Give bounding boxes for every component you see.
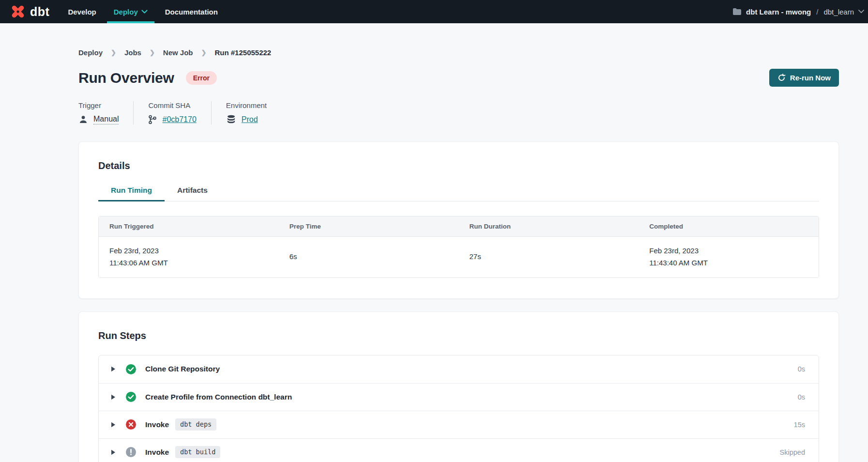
nav-item-label: Develop: [68, 8, 96, 16]
step-duration: 0s: [798, 393, 805, 401]
column-header-run-triggered: Run Triggered: [99, 216, 279, 236]
commit-sha-link[interactable]: #0cb7170: [162, 115, 196, 124]
account-environment-name: dbt_learn: [823, 8, 854, 16]
database-icon: [226, 115, 236, 124]
tab-label: Artifacts: [177, 186, 208, 194]
meta-trigger: Trigger Manual: [78, 101, 133, 124]
nav-spacer: [227, 0, 732, 23]
folder-icon: [732, 8, 742, 15]
details-heading: Details: [98, 160, 819, 171]
step-row-invoke-dbt-build[interactable]: Invoke dbt build Skipped: [99, 438, 819, 462]
column-header-run-duration: Run Duration: [459, 216, 639, 236]
refresh-icon: [777, 74, 786, 82]
details-card: Details Run Timing Artifacts Run Trigger…: [78, 141, 839, 299]
nav-item-develop[interactable]: Develop: [59, 0, 105, 23]
meta-environment: Environment Prod: [211, 101, 281, 124]
run-steps-list: Clone Git Repository 0s Create Profile f…: [98, 355, 819, 462]
caret-right-icon[interactable]: [111, 449, 116, 455]
table-row: Feb 23rd, 2023 11:43:06 AM GMT 6s 27s Fe…: [99, 237, 819, 277]
environment-label: Environment: [226, 101, 267, 109]
step-title: Create Profile from Connection dbt_learn: [145, 393, 292, 401]
trigger-label: Trigger: [78, 101, 119, 109]
top-navigation: dbt Develop Deploy Documentation dbt Lea…: [0, 0, 868, 23]
run-steps-heading: Run Steps: [98, 330, 819, 341]
column-header-completed: Completed: [639, 216, 819, 236]
nav-item-label: Deploy: [114, 8, 138, 16]
step-title: Clone Git Repository: [145, 365, 220, 373]
cell-run-duration: 27s: [459, 243, 639, 271]
chevron-down-icon: [141, 10, 148, 14]
tab-label: Run Timing: [111, 186, 152, 194]
account-project-name: dbt Learn - mwong: [746, 8, 811, 16]
breadcrumb-deploy[interactable]: Deploy: [78, 48, 103, 57]
chevron-down-icon: [858, 10, 864, 14]
step-row-clone-git-repository[interactable]: Clone Git Repository 0s: [99, 355, 819, 383]
step-duration: 0s: [798, 365, 805, 373]
step-title: Invoke: [145, 448, 169, 457]
nav-item-deploy[interactable]: Deploy: [105, 0, 156, 23]
run-meta: Trigger Manual Commit SHA #0cb7170: [78, 101, 839, 124]
cell-prep-time: 6s: [279, 243, 459, 271]
account-selector[interactable]: dbt Learn - mwong / dbt_learn: [732, 0, 864, 23]
success-icon: [126, 364, 136, 374]
dbt-logo[interactable]: dbt: [7, 0, 59, 23]
step-title: Invoke: [145, 420, 169, 429]
run-timing-table: Run Triggered Prep Time Run Duration Com…: [98, 216, 819, 278]
rerun-now-label: Re-run Now: [790, 74, 831, 82]
step-duration: 15s: [794, 421, 805, 429]
page-header: Run Overview Error Re-run Now: [78, 69, 839, 87]
nav-item-documentation[interactable]: Documentation: [156, 0, 227, 23]
step-duration: Skipped: [780, 448, 805, 456]
step-command-chip: dbt build: [175, 446, 220, 458]
step-row-create-profile[interactable]: Create Profile from Connection dbt_learn…: [99, 383, 819, 411]
meta-commit-sha: Commit SHA #0cb7170: [133, 101, 211, 124]
completed-date: Feb 23rd, 2023: [649, 245, 808, 257]
column-header-prep-time: Prep Time: [279, 216, 459, 236]
page-title: Run Overview: [78, 70, 174, 86]
commit-sha-label: Commit SHA: [148, 101, 196, 109]
brand-text: dbt: [30, 5, 49, 19]
tab-run-timing[interactable]: Run Timing: [98, 186, 165, 201]
run-triggered-time: 11:43:06 AM GMT: [109, 257, 268, 269]
completed-time: 11:43:40 AM GMT: [649, 257, 808, 269]
step-row-invoke-dbt-deps[interactable]: Invoke dbt deps 15s: [99, 411, 819, 438]
dbt-logo-icon: [10, 3, 26, 20]
trigger-value[interactable]: Manual: [93, 115, 119, 124]
cell-run-triggered: Feb 23rd, 2023 11:43:06 AM GMT: [99, 237, 279, 277]
caret-right-icon[interactable]: [111, 422, 116, 428]
success-icon: [126, 392, 136, 402]
run-steps-card: Run Steps Clone Git Repository 0s: [78, 311, 839, 462]
account-separator: /: [815, 8, 819, 16]
tab-artifacts[interactable]: Artifacts: [165, 186, 220, 201]
git-branch-icon: [148, 115, 157, 124]
chevron-right-icon: ❯: [201, 49, 207, 56]
environment-link[interactable]: Prod: [242, 115, 258, 124]
caret-right-icon[interactable]: [111, 366, 116, 372]
nav-item-label: Documentation: [165, 8, 218, 16]
run-triggered-date: Feb 23rd, 2023: [109, 245, 268, 257]
chevron-right-icon: ❯: [111, 49, 116, 56]
page-content: Deploy ❯ Jobs ❯ New Job ❯ Run #125055222…: [0, 23, 868, 462]
cell-completed: Feb 23rd, 2023 11:43:40 AM GMT: [639, 237, 819, 277]
skipped-icon: [126, 447, 136, 457]
breadcrumb-jobs[interactable]: Jobs: [124, 48, 141, 57]
step-command-chip: dbt deps: [175, 418, 216, 431]
chevron-right-icon: ❯: [150, 49, 155, 56]
status-badge: Error: [186, 71, 217, 85]
error-icon: [126, 419, 136, 430]
breadcrumb: Deploy ❯ Jobs ❯ New Job ❯ Run #125055222: [78, 23, 839, 57]
rerun-now-button[interactable]: Re-run Now: [769, 69, 839, 87]
details-tabs: Run Timing Artifacts: [98, 186, 819, 201]
caret-right-icon[interactable]: [111, 394, 116, 400]
nav-menu: Develop Deploy Documentation: [59, 0, 227, 23]
breadcrumb-new-job[interactable]: New Job: [163, 48, 193, 57]
table-header-row: Run Triggered Prep Time Run Duration Com…: [99, 216, 819, 237]
breadcrumb-run-number: Run #125055222: [214, 48, 271, 57]
person-icon: [78, 115, 88, 124]
